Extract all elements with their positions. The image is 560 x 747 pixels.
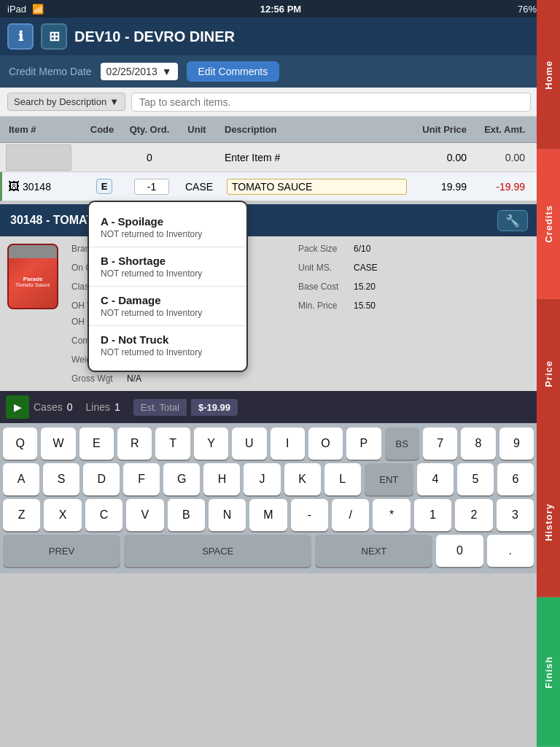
side-tab-home[interactable]: Home	[537, 0, 560, 150]
code-dropdown[interactable]: A - Spoilage NOT returned to Inventory B…	[88, 201, 248, 372]
key-0[interactable]: 0	[436, 535, 483, 567]
key-e[interactable]: E	[79, 427, 114, 460]
key-b[interactable]: B	[168, 499, 205, 531]
key-bs[interactable]: BS	[385, 427, 419, 460]
play-button[interactable]: ▶	[6, 395, 29, 419]
dropdown-item-spoilage[interactable]: A - Spoilage NOT returned to Inventory	[89, 208, 246, 247]
key-6[interactable]: 6	[497, 463, 534, 495]
key-f[interactable]: F	[123, 463, 160, 495]
col-header-desc: Description	[219, 124, 407, 135]
toolbar: Credit Memo Date 02/25/2013 ▼ Edit Comme…	[0, 55, 560, 88]
key-1[interactable]: 1	[414, 499, 451, 531]
info-col-right-left: Pack Size 6/10 Unit MS. CASE Base Cost 1…	[298, 241, 525, 314]
search-dropdown[interactable]: Search by Description ▼	[7, 93, 125, 111]
base-cost-row: Base Cost 15.20	[298, 279, 525, 295]
key-asterisk[interactable]: *	[373, 499, 410, 531]
dropdown-item-d-title: D - Not Truck	[101, 333, 235, 346]
key-4[interactable]: 4	[417, 463, 454, 495]
key-next[interactable]: NEXT	[315, 535, 432, 567]
qty-input[interactable]	[134, 179, 169, 195]
key-z[interactable]: Z	[3, 499, 40, 531]
wrench-button[interactable]: 🔧	[497, 210, 528, 231]
key-a[interactable]: A	[3, 463, 39, 495]
time-display: 12:56 PM	[260, 4, 301, 15]
code-cell[interactable]: E	[82, 179, 126, 194]
col-header-extamt: Ext. Amt.	[472, 124, 531, 135]
unit-ms-value: CASE	[354, 263, 378, 273]
key-j[interactable]: J	[244, 463, 280, 495]
key-o[interactable]: O	[308, 427, 343, 460]
uprice-cell: 19.99	[407, 181, 472, 193]
keyboard: Q W E R T Y U I O P BS 7 8 9 A S D F G H…	[0, 423, 560, 573]
item-row[interactable]: 🖼 30148 E CASE 19.99 -19.99	[0, 172, 560, 201]
key-m[interactable]: M	[249, 499, 287, 531]
empty-uprice-cell: 0.00	[407, 152, 472, 163]
key-3[interactable]: 3	[497, 499, 534, 531]
side-tab-history[interactable]: History	[537, 448, 560, 597]
key-x[interactable]: X	[44, 499, 81, 531]
dropdown-item-c-title: C - Damage	[101, 294, 235, 306]
key-t[interactable]: T	[155, 427, 190, 460]
key-5[interactable]: 5	[457, 463, 494, 495]
gross-wgt-value: N/A	[127, 374, 141, 384]
edit-comments-button[interactable]: Edit Comments	[187, 61, 280, 82]
key-g[interactable]: G	[163, 463, 200, 495]
dropdown-item-c-sub: NOT returned to Inventory	[101, 308, 235, 318]
key-s[interactable]: S	[43, 463, 79, 495]
key-prev[interactable]: PREV	[3, 535, 120, 567]
table-header: Item # Code Qty. Ord. Unit Description U…	[0, 117, 560, 143]
dropdown-item-damage[interactable]: C - Damage NOT returned to Inventory	[89, 287, 246, 326]
key-v[interactable]: V	[126, 499, 163, 531]
search-input[interactable]	[131, 93, 531, 112]
device-label: iPad	[7, 4, 26, 15]
dropdown-item-not-truck[interactable]: D - Not Truck NOT returned to Inventory	[89, 326, 246, 365]
dropdown-item-shortage[interactable]: B - Shortage NOT returned to Inventory	[89, 247, 246, 287]
key-q[interactable]: Q	[3, 427, 37, 460]
key-l[interactable]: L	[324, 463, 361, 495]
desc-input[interactable]	[227, 179, 407, 195]
est-total-label: Est. Total	[133, 399, 187, 416]
key-r[interactable]: R	[117, 427, 152, 460]
key-p[interactable]: P	[346, 427, 381, 460]
key-y[interactable]: Y	[194, 427, 228, 460]
key-k[interactable]: K	[284, 463, 321, 495]
key-d[interactable]: D	[83, 463, 120, 495]
item-number: 30148	[23, 181, 51, 193]
cases-label: Cases	[34, 401, 63, 413]
key-space[interactable]: SPACE	[124, 535, 312, 567]
key-dot[interactable]: .	[487, 535, 534, 567]
key-w[interactable]: W	[41, 427, 75, 460]
key-9[interactable]: 9	[499, 427, 534, 460]
side-tab-credits[interactable]: Credits	[537, 150, 560, 299]
key-7[interactable]: 7	[423, 427, 457, 460]
side-tab-price[interactable]: Price	[537, 299, 560, 449]
key-i[interactable]: I	[271, 427, 305, 460]
dropdown-item-a-title: A - Spoilage	[101, 215, 235, 228]
empty-item-cell	[0, 144, 80, 171]
grid-icon[interactable]: ⊞	[41, 23, 67, 50]
pack-size-value: 6/10	[354, 244, 370, 254]
date-picker[interactable]: 02/25/2013 ▼	[101, 63, 178, 80]
key-8[interactable]: 8	[461, 427, 495, 460]
info-icon[interactable]: ℹ	[7, 23, 34, 50]
col-header-code: Code	[80, 124, 124, 135]
side-tabs: Home Credits Price History Finish	[537, 0, 560, 747]
key-ent[interactable]: ENT	[365, 463, 413, 495]
desc-cell[interactable]	[221, 179, 407, 195]
lines-label: Lines	[85, 401, 109, 413]
key-2[interactable]: 2	[455, 499, 492, 531]
pack-size-row: Pack Size 6/10	[298, 241, 525, 257]
key-c[interactable]: C	[85, 499, 122, 531]
key-slash[interactable]: /	[332, 499, 369, 531]
key-dash[interactable]: -	[291, 499, 328, 531]
side-tab-finish[interactable]: Finish	[537, 597, 560, 747]
key-n[interactable]: N	[209, 499, 246, 531]
code-badge: E	[96, 179, 113, 194]
qty-cell[interactable]	[126, 179, 177, 195]
key-h[interactable]: H	[203, 463, 240, 495]
kb-row-2: A S D F G H J K L ENT 4 5 6	[3, 463, 534, 495]
app-header: ℹ ⊞ DEV10 - DEVRO DINER	[0, 18, 560, 55]
empty-row: 0 Enter Item # 0.00 0.00	[0, 143, 560, 172]
min-price-row: Min. Price 15.50	[298, 298, 525, 314]
key-u[interactable]: U	[232, 427, 266, 460]
